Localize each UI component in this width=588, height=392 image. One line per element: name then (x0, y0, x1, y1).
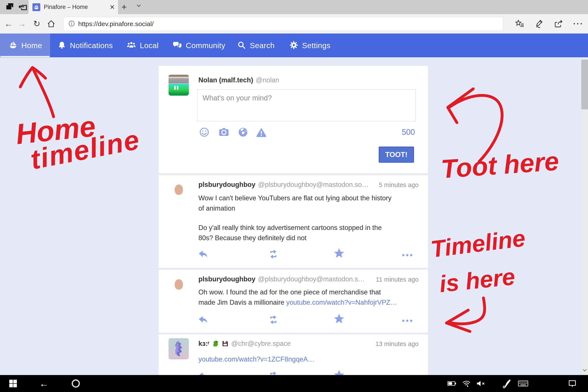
favorites-hub-icon[interactable] (512, 14, 528, 33)
compose-handle: @nolan (256, 76, 279, 84)
post-author-row[interactable]: kɜ:ʳ @chr@cybre.space (198, 340, 291, 348)
avatar-face (175, 279, 183, 290)
emoji-row (212, 340, 229, 348)
favorite-star-icon[interactable] (332, 313, 347, 324)
touch-keyboard-icon[interactable] (516, 375, 530, 392)
post-link[interactable]: youtube.com/watch?v=1ZCF8ngqeA… (198, 356, 314, 363)
post-divider (158, 174, 428, 175)
character-counter: 500 (393, 128, 415, 137)
toot-button[interactable]: TOOT! (379, 146, 414, 163)
post-display-name: kɜ:ʳ (198, 340, 210, 348)
chat-bubbles-icon (173, 41, 182, 50)
annotation-timeline-arrowhead (446, 310, 470, 332)
ink-workspace-pen-icon[interactable] (500, 375, 513, 392)
compose-author-row: Nolan (malf.tech)@nolan (198, 76, 279, 84)
post-body: Wow I can't believe YouTubers are flat o… (198, 193, 392, 243)
compose-input[interactable] (197, 90, 416, 121)
nav-label: Notifications (70, 41, 113, 50)
post-text-line: 80s? Because they definitely did not (198, 233, 392, 243)
reply-icon[interactable] (196, 248, 211, 260)
post-text-line: of animation (198, 203, 392, 214)
nav-item-search[interactable]: Search (237, 34, 274, 57)
scrollbar-down-arrow-icon[interactable] (581, 366, 588, 374)
nav-label: Local (140, 41, 158, 50)
compose-avatar[interactable] (168, 74, 189, 96)
nav-item-settings[interactable]: Settings (290, 34, 330, 57)
forward-icon[interactable]: → (15, 14, 29, 33)
tab-close-icon[interactable]: ✕ (110, 3, 115, 11)
nav-item-local[interactable]: Local (127, 34, 158, 57)
annotation-home-word: Home (14, 110, 97, 150)
refresh-icon[interactable]: ↻ (30, 14, 44, 33)
avatar-face (175, 184, 183, 195)
post-avatar[interactable] (168, 274, 189, 295)
volume-muted-icon[interactable] (474, 375, 488, 392)
annotation-timeline-arrow (448, 298, 484, 324)
browser-tab[interactable]: Pinafore – Home ✕ (28, 0, 118, 14)
media-upload-icon[interactable] (216, 126, 232, 138)
compose-input-container (197, 89, 416, 121)
nav-item-home[interactable]: Home (9, 34, 42, 57)
web-note-pen-icon[interactable] (532, 14, 547, 33)
taskbar-back-button[interactable]: ← (38, 375, 50, 392)
start-button[interactable] (6, 375, 20, 392)
content-warning-icon[interactable] (254, 126, 269, 138)
reply-icon[interactable] (196, 314, 211, 325)
favorite-star-icon[interactable] (332, 248, 347, 259)
post-text-line: Wow I can't believe YouTubers are flat o… (198, 193, 392, 203)
post-body: youtube.com/watch?v=1ZCF8ngqeA… (198, 354, 314, 364)
post-link[interactable]: youtube.com/watch?v=NahfojrVPZ… (286, 298, 397, 306)
scrollbar-thumb[interactable] (581, 60, 588, 109)
annotation-up-arrow (33, 68, 54, 117)
url-field-container (63, 17, 503, 31)
browser-home-icon[interactable] (44, 14, 58, 33)
post-options-ellipsis-icon[interactable] (400, 315, 415, 326)
post-avatar[interactable] (168, 179, 189, 200)
post-timestamp[interactable]: 5 minutes ago (379, 182, 418, 188)
nav-label: Home (21, 41, 42, 50)
nav-item-notifications[interactable]: Notifications (58, 34, 113, 57)
cortana-button[interactable] (69, 375, 82, 392)
annotation-toot-here: Toot here (440, 146, 560, 183)
annotation-toot-arrow (450, 96, 502, 162)
new-tab-icon[interactable]: + (119, 0, 130, 14)
arrow-into-window-icon (18, 2, 28, 12)
boost-icon[interactable] (266, 248, 281, 260)
post-author-row[interactable]: plsburydoughboy@plsburydoughboy@mastodon… (198, 275, 365, 283)
post-handle: @chr@cybre.space (231, 340, 291, 348)
annotation-timeline-line1: Timeline (429, 225, 527, 262)
battery-icon[interactable] (445, 375, 458, 392)
back-icon[interactable]: ← (2, 14, 15, 33)
post-text-line: made Jim Davis a millionaire youtube.com… (198, 297, 397, 308)
nav-item-community[interactable]: Community (173, 34, 225, 57)
post-privacy-globe-icon[interactable] (236, 126, 251, 138)
site-info-icon[interactable] (68, 20, 75, 28)
people-icon (127, 41, 136, 50)
cortana-circle-icon (71, 379, 80, 388)
restore-tabs-button[interactable] (17, 0, 29, 14)
post-options-ellipsis-icon[interactable] (400, 249, 415, 261)
windows-logo-icon (9, 379, 17, 388)
search-icon (237, 41, 246, 50)
url-input[interactable] (78, 20, 503, 28)
browser-menu-ellipsis-icon[interactable] (570, 14, 586, 33)
wifi-icon[interactable] (460, 375, 473, 392)
emoji-picker-icon[interactable] (197, 126, 212, 138)
post-handle: @plsburydoughboy@mastodon.s… (258, 275, 365, 283)
annotation-up-arrowhead (20, 68, 46, 87)
post-handle: @plsburydoughboy@mastodon.so… (258, 181, 369, 188)
share-icon[interactable] (551, 14, 566, 33)
action-center-icon[interactable] (566, 375, 579, 392)
post-timestamp[interactable]: 11 minutes ago (376, 276, 418, 283)
post-author-row[interactable]: plsburydoughboy@plsburydoughboy@mastodon… (198, 181, 368, 188)
post-timestamp[interactable]: 13 minutes ago (376, 340, 418, 348)
boost-icon[interactable] (266, 314, 281, 325)
nav-label: Community (186, 41, 225, 50)
post-avatar[interactable] (168, 338, 189, 359)
post-divider (158, 268, 428, 270)
post-display-name: plsburydoughboy (198, 275, 256, 283)
post-text-line: Do y'all really think toy advertisement … (198, 222, 392, 233)
set-aside-tabs-button[interactable] (4, 0, 16, 14)
stacked-windows-icon (5, 2, 14, 12)
dragon-avatar-art (171, 340, 186, 358)
